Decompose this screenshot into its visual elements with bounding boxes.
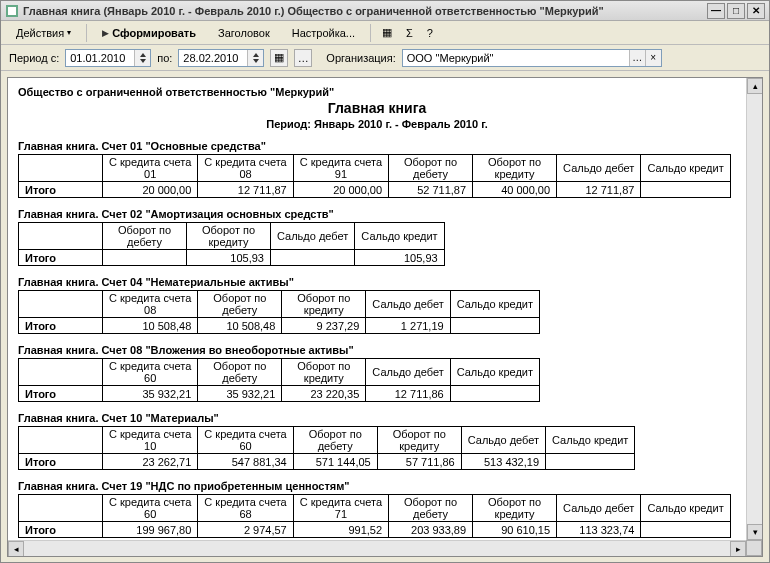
table-corner-cell: [19, 359, 103, 386]
table-cell: 113 323,74: [557, 522, 641, 538]
table-cell: 35 932,21: [198, 386, 282, 402]
table-cell: [641, 522, 730, 538]
scroll-down-button[interactable]: ▾: [747, 524, 763, 540]
report-period: Период: Январь 2010 г. - Февраль 2010 г.: [18, 118, 736, 130]
table-cell: 57 711,86: [377, 454, 461, 470]
column-header: С кредита счета60: [103, 359, 198, 386]
help-button[interactable]: ?: [422, 24, 438, 42]
report-table: С кредита счета60Оборот подебетуОборот п…: [18, 358, 540, 402]
icon-button-1[interactable]: ▦: [377, 23, 397, 42]
section-title: Главная книга. Счет 10 "Материалы": [18, 412, 736, 424]
column-header: С кредита счета60: [103, 495, 198, 522]
report-table: С кредита счета08Оборот подебетуОборот п…: [18, 290, 540, 334]
date-from-field[interactable]: [65, 49, 151, 67]
column-header: Оборот покредиту: [282, 291, 366, 318]
horizontal-scrollbar[interactable]: ◂ ▸: [8, 540, 746, 556]
column-header: Сальдо дебет: [557, 155, 641, 182]
generate-button[interactable]: Сформировать: [93, 24, 205, 42]
ellipsis-icon: …: [298, 52, 309, 64]
column-header: Сальдо кредит: [641, 495, 730, 522]
heading-button[interactable]: Заголовок: [209, 24, 279, 42]
toolbar: Действия ▾ Сформировать Заголовок Настро…: [1, 21, 769, 45]
column-header: Оборот подебету: [389, 155, 473, 182]
column-header: С кредита счета10: [103, 427, 198, 454]
scroll-left-button[interactable]: ◂: [8, 541, 24, 557]
column-header: Оборот подебету: [293, 427, 377, 454]
icon-button-2[interactable]: Σ: [401, 24, 418, 42]
heading-label: Заголовок: [218, 27, 270, 39]
org-field[interactable]: … ×: [402, 49, 662, 67]
section-title: Главная книга. Счет 08 "Вложения во внео…: [18, 344, 736, 356]
row-label: Итого: [19, 522, 103, 538]
table-cell: 10 508,48: [103, 318, 198, 334]
table-cell: 20 000,00: [293, 182, 388, 198]
period-select-button[interactable]: …: [294, 49, 312, 67]
table-cell: [641, 182, 730, 198]
column-header: Оборот подебету: [198, 291, 282, 318]
date-from-input[interactable]: [66, 50, 134, 66]
scrollbar-track[interactable]: [747, 94, 762, 524]
scroll-up-button[interactable]: ▴: [747, 78, 763, 94]
date-from-spinner[interactable]: [134, 50, 150, 66]
column-header: Сальдо дебет: [461, 427, 545, 454]
column-header: С кредита счета60: [198, 427, 293, 454]
app-icon: [5, 4, 19, 18]
report-section: Главная книга. Счет 10 "Материалы"С кред…: [18, 412, 736, 470]
minimize-button[interactable]: —: [707, 3, 725, 19]
settings-button[interactable]: Настройка...: [283, 24, 364, 42]
table-corner-cell: [19, 223, 103, 250]
row-label: Итого: [19, 454, 103, 470]
scrollbar-track[interactable]: [24, 541, 730, 556]
table-cell: 199 967,80: [103, 522, 198, 538]
titlebar: Главная книга (Январь 2010 г. - Февраль …: [1, 1, 769, 21]
actions-label: Действия: [16, 27, 64, 39]
date-to-field[interactable]: [178, 49, 264, 67]
vertical-scrollbar[interactable]: ▴ ▾: [746, 78, 762, 540]
org-select-button[interactable]: …: [629, 50, 645, 66]
org-clear-button[interactable]: ×: [645, 50, 661, 66]
svg-rect-1: [8, 7, 16, 15]
window-title: Главная книга (Январь 2010 г. - Февраль …: [23, 5, 707, 17]
report-scroll[interactable]: Общество с ограниченной ответственностью…: [8, 78, 746, 540]
scroll-corner: [746, 540, 762, 556]
calendar-button[interactable]: ▦: [270, 49, 288, 67]
column-header: С кредита счета68: [198, 495, 293, 522]
date-to-input[interactable]: [179, 50, 247, 66]
period-from-label: Период с:: [9, 52, 59, 64]
table-cell: 513 432,19: [461, 454, 545, 470]
close-button[interactable]: ✕: [747, 3, 765, 19]
period-to-label: по:: [157, 52, 172, 64]
table-corner-cell: [19, 291, 103, 318]
report-section: Главная книга. Счет 02 "Амортизация осно…: [18, 208, 736, 266]
column-header: Сальдо дебет: [366, 359, 450, 386]
maximize-button[interactable]: □: [727, 3, 745, 19]
actions-menu[interactable]: Действия ▾: [7, 24, 80, 42]
column-header: Оборот покредиту: [377, 427, 461, 454]
column-header: Сальдо кредит: [450, 359, 539, 386]
column-header: Оборот покредиту: [187, 223, 271, 250]
column-header: Сальдо дебет: [271, 223, 355, 250]
report-table: С кредита счета01С кредита счета08С кред…: [18, 154, 731, 198]
column-header: С кредита счета08: [103, 291, 198, 318]
column-header: Оборот подебету: [389, 495, 473, 522]
row-label: Итого: [19, 182, 103, 198]
org-input[interactable]: [403, 50, 629, 66]
column-header: Оборот покредиту: [282, 359, 366, 386]
table-cell: 105,93: [355, 250, 444, 266]
table-cell: 991,52: [293, 522, 388, 538]
date-to-spinner[interactable]: [247, 50, 263, 66]
report-area: Общество с ограниченной ответственностью…: [7, 77, 763, 557]
report-table: Оборот подебетуОборот покредитуСальдо де…: [18, 222, 445, 266]
table-cell: 10 508,48: [198, 318, 282, 334]
column-header: С кредита счета91: [293, 155, 388, 182]
table-corner-cell: [19, 427, 103, 454]
table-cell: 40 000,00: [473, 182, 557, 198]
row-label: Итого: [19, 250, 103, 266]
column-header: Оборот покредиту: [473, 495, 557, 522]
column-header: Сальдо дебет: [366, 291, 450, 318]
svg-marker-5: [253, 59, 259, 63]
column-header: С кредита счета01: [103, 155, 198, 182]
scroll-right-button[interactable]: ▸: [730, 541, 746, 557]
toolbar-separator: [370, 24, 371, 42]
section-title: Главная книга. Счет 19 "НДС по приобрете…: [18, 480, 736, 492]
